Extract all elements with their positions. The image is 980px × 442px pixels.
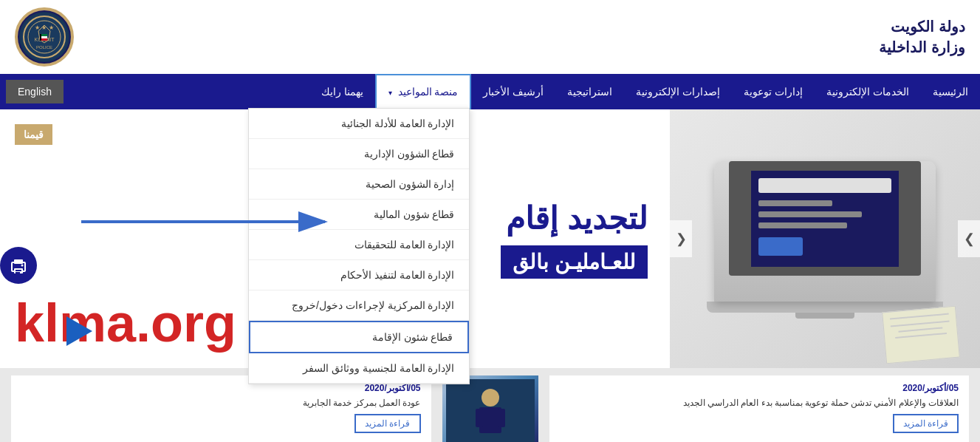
- svg-point-16: [482, 389, 499, 407]
- laptop-visual: [707, 154, 943, 324]
- svg-rect-25: [16, 272, 20, 273]
- notebook: [882, 306, 960, 364]
- news-card-2: 05/أكتوبر/2020 عودة العمل بمركز خدمة الج…: [11, 375, 431, 442]
- nav-item-awareness[interactable]: إدارات توعوية: [732, 75, 815, 108]
- nav-item-strategy[interactable]: استراتيجية: [555, 75, 624, 108]
- site-title: دولة الكويت وزارة الداخلية: [879, 16, 965, 58]
- nav-item-feedback[interactable]: يهمنا رايك: [309, 75, 375, 108]
- screen-content: [751, 171, 899, 267]
- main-area: ❮: [0, 109, 980, 368]
- news-text-2: عودة العمل بمركز خدمة الجابرية: [21, 396, 421, 409]
- dropdown-arrow-icon: ▾: [388, 89, 392, 97]
- svg-text:POLICE: POLICE: [36, 45, 52, 50]
- header: دولة الكويت وزارة الداخلية ★ ★ ★ KUWAIT …: [0, 0, 980, 74]
- watermark-text: klma.org: [15, 293, 236, 353]
- carousel-prev-button[interactable]: ❮: [670, 220, 692, 257]
- dropdown-item-entryexit[interactable]: الإدارة المركزية لإجراءات دخول/خروج: [249, 290, 469, 321]
- dropdown-item-admin[interactable]: قطاع الشؤون الإدارية: [249, 139, 469, 169]
- carousel-image: ❮: [670, 109, 980, 368]
- logo-area: دولة الكويت وزارة الداخلية: [879, 16, 965, 58]
- read-more-button-2[interactable]: قراءة المزيد: [354, 414, 420, 433]
- appointments-label: منصة المواعيد: [398, 86, 459, 98]
- appointments-dropdown: الإدارة العامة للأدلة الجنائية قطاع الشؤ…: [248, 108, 470, 384]
- news-thumb-inner: klma_learning: [442, 375, 538, 442]
- logo-svg: ★ ★ ★ KUWAIT POLICE: [22, 15, 66, 59]
- nav-item-appointments[interactable]: منصة المواعيد ▾ الإدارة العامة للأدلة ال…: [375, 74, 472, 109]
- svg-rect-11: [758, 200, 832, 206]
- dropdown-item-investigations[interactable]: الإدارة العامة للتحقيقات: [249, 230, 469, 260]
- svg-rect-14: [758, 237, 803, 256]
- news-card-1: 05/أكتوبر/2020 العلاقات والإعلام الأمني …: [549, 375, 970, 442]
- svg-rect-22: [14, 259, 23, 264]
- dropdown-item-residency[interactable]: قطاع شئون الإقامة: [249, 321, 469, 353]
- news-thumbnail: klma_learning: [442, 375, 538, 442]
- nav-item-eservices[interactable]: الخدمات الإلكترونية: [815, 75, 921, 108]
- prev-arrow-icon: ❮: [676, 231, 687, 247]
- svg-point-26: [21, 264, 24, 266]
- float-service-icon[interactable]: [0, 247, 37, 284]
- dropdown-item-passports[interactable]: الإدارة العامة للجنسية ووثائق السفر: [249, 353, 469, 384]
- nav-item-publications[interactable]: إصدارات الإلكترونية: [624, 75, 732, 108]
- banner-title-line2: للعـامليـن بالق: [501, 245, 648, 279]
- navbar: الرئيسية الخدمات الإلكترونية إدارات توعو…: [0, 74, 980, 109]
- svg-rect-6: [41, 36, 47, 38]
- banner-next-arrow[interactable]: [66, 316, 92, 346]
- news-date-2: 05/أكتوبر/2020: [21, 383, 421, 393]
- svg-rect-19: [498, 409, 505, 427]
- svg-rect-7: [41, 38, 47, 41]
- ministry-logo: ★ ★ ★ KUWAIT POLICE: [15, 7, 74, 67]
- svg-rect-18: [476, 409, 483, 427]
- nav-item-archive[interactable]: أرشيف الأخبار: [471, 75, 555, 108]
- qeemna-badge: قيمنا: [15, 124, 52, 145]
- dropdown-item-health[interactable]: إدارة الشؤون الصحية: [249, 169, 469, 200]
- svg-rect-13: [758, 222, 847, 228]
- svg-rect-8: [40, 34, 41, 41]
- news-section: 05/أكتوبر/2020 العلاقات والإعلام الأمني …: [0, 368, 980, 442]
- english-button[interactable]: English: [6, 80, 64, 103]
- svg-rect-5: [41, 34, 47, 36]
- nav-item-home[interactable]: الرئيسية: [921, 75, 980, 108]
- next-arrow-icon: ❯: [964, 231, 975, 247]
- news-text-1: العلاقات والإعلام الأمني تدشن حملة توعوي…: [560, 396, 959, 409]
- dropdown-item-forensic[interactable]: الإدارة العامة للأدلة الجنائية: [249, 109, 469, 139]
- svg-rect-10: [758, 178, 891, 193]
- carousel-next-button[interactable]: ❯: [958, 220, 980, 257]
- news-date-1: 05/أكتوبر/2020: [560, 383, 959, 393]
- dropdown-item-execution[interactable]: الإدارة العامة لتنفيذ الأحكام: [249, 260, 469, 290]
- svg-rect-24: [16, 270, 21, 271]
- nav-items: الرئيسية الخدمات الإلكترونية إدارات توعو…: [69, 74, 980, 109]
- laptop-container: [707, 154, 943, 324]
- read-more-button-1[interactable]: قراءة المزيد: [893, 414, 959, 433]
- svg-rect-12: [758, 211, 862, 217]
- dropdown-item-finance[interactable]: قطاع شؤون المالية: [249, 200, 469, 230]
